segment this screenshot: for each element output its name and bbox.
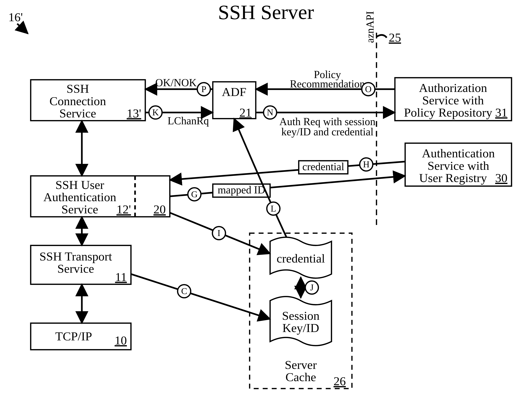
ssh-connection-l1: SSH xyxy=(66,82,89,95)
figure-ref-arrow xyxy=(17,24,28,33)
doc-credential-label: credential xyxy=(277,251,325,265)
authn-l3: User Registry xyxy=(419,171,487,185)
step-n: N xyxy=(267,107,273,117)
step-i: I xyxy=(217,228,220,238)
label-lchanrq: LChanRq xyxy=(168,115,209,127)
tcpip-l1: TCP/IP xyxy=(55,329,92,343)
authz-ref: 31 xyxy=(495,105,507,119)
tcpip-ref: 10 xyxy=(115,333,127,347)
ssh-transport-l2: Service xyxy=(57,262,94,275)
adf-l1: ADF xyxy=(222,85,246,99)
ssh-user-auth-subref: 20 xyxy=(154,202,166,216)
azn-api-ref-leader xyxy=(376,35,387,37)
label-authreq2: key/ID and credential xyxy=(281,126,373,138)
ssh-transport-l1: SSH Transport xyxy=(39,250,112,263)
step-l: L xyxy=(271,204,276,214)
authz-l3: Policy Repository xyxy=(404,105,492,119)
label-policy-rec2: Recommendation xyxy=(290,78,365,90)
doc-session-l1: Session xyxy=(282,309,319,322)
authn-ref: 30 xyxy=(495,171,507,185)
ssh-connection-ref: 13' xyxy=(127,106,141,120)
server-cache-l2: Cache xyxy=(285,370,316,384)
edge-uauth-authn xyxy=(170,176,405,196)
step-o: O xyxy=(365,84,372,94)
ssh-server-diagram: SSH Server 16' aznAPI 25 SSH Connection … xyxy=(0,0,532,396)
label-authreq1: Auth Req with session xyxy=(279,116,375,127)
step-g: G xyxy=(191,189,198,199)
server-cache-l1: Server xyxy=(285,358,317,372)
step-h: H xyxy=(363,159,369,169)
azn-api-ref: 25 xyxy=(389,31,401,44)
step-p: P xyxy=(201,84,206,94)
ssh-connection-l3: Service xyxy=(59,106,96,120)
label-mappedid: mapped ID xyxy=(218,184,265,196)
ssh-user-auth-l1: SSH User xyxy=(55,178,104,192)
authn-l2: Service with xyxy=(427,159,489,172)
adf-ref: 21 xyxy=(239,105,252,119)
step-j: J xyxy=(310,282,314,292)
ssh-transport-ref: 11 xyxy=(115,270,127,284)
ssh-connection-l2: Connection xyxy=(50,94,106,108)
diagram-title: SSH Server xyxy=(218,1,314,23)
azn-api-label: aznAPI xyxy=(364,11,376,43)
authn-l1: Authentication xyxy=(422,146,495,160)
label-credential: credential xyxy=(302,161,344,172)
ssh-user-auth-l2: Authentication xyxy=(43,190,116,204)
edge-cred-adf xyxy=(234,119,286,237)
step-c: C xyxy=(181,286,187,296)
ssh-user-auth-l3: Service xyxy=(61,202,98,216)
ssh-user-auth-ref: 12' xyxy=(116,202,131,216)
figure-ref: 16' xyxy=(8,10,23,24)
step-k: K xyxy=(152,107,159,117)
authz-l1: Authorization xyxy=(419,81,487,95)
label-oknok: OK/NOK xyxy=(155,77,197,88)
server-cache-ref: 26 xyxy=(334,374,346,388)
doc-session-l2: Key/ID xyxy=(282,321,319,335)
authz-l2: Service with xyxy=(422,93,484,107)
